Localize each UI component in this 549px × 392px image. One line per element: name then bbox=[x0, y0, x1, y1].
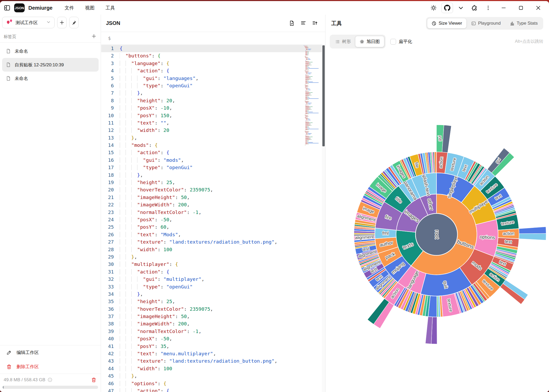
menu-file[interactable]: 文件 bbox=[61, 3, 78, 13]
trash-icon bbox=[6, 364, 12, 369]
editor-scrollbar[interactable] bbox=[322, 45, 325, 392]
delete-workspace-button[interactable]: 删除工作区 bbox=[0, 359, 101, 374]
tab-type-stats[interactable]: Type Stats bbox=[505, 18, 542, 28]
code-line: 38 "imageWidth": 200, bbox=[101, 320, 325, 327]
clear-storage-trash-icon[interactable] bbox=[91, 377, 97, 383]
maximize-button[interactable] bbox=[513, 2, 529, 14]
code-line: 1{ bbox=[101, 45, 325, 52]
bar-chart-icon bbox=[510, 21, 515, 26]
tools-title: 工具 bbox=[331, 20, 426, 27]
code-line: 17 "type": "openGui" bbox=[101, 164, 325, 171]
jsonpath-query-bar[interactable]: $ bbox=[101, 32, 325, 45]
file-icon bbox=[6, 49, 11, 54]
scrollbar-thumb[interactable] bbox=[322, 45, 325, 146]
minimap[interactable] bbox=[304, 45, 322, 155]
code-line: 9 "posX": -10, bbox=[101, 104, 325, 112]
validate-file-icon[interactable] bbox=[286, 19, 297, 28]
code-line: 5 "gui": "languages", bbox=[101, 75, 325, 82]
sunburst-segment-gui[interactable] bbox=[519, 227, 546, 234]
code-editor[interactable]: 1{2 "buttons": {3 "language": {4 "action… bbox=[101, 45, 325, 392]
code-line: 39 "normalTextColor": -1, bbox=[101, 328, 325, 335]
code-line: 19 "height": 25, bbox=[101, 179, 325, 186]
code-line: 6 "type": "openGui" bbox=[101, 82, 325, 89]
sort-compress-icon[interactable] bbox=[309, 19, 321, 28]
sunburst-label-gui: gui bbox=[437, 136, 442, 141]
close-button[interactable] bbox=[531, 2, 546, 14]
code-line: 4 "action": { bbox=[101, 67, 325, 74]
code-line: 25 "posY": 60, bbox=[101, 223, 325, 231]
pin-workspace-button[interactable] bbox=[69, 17, 79, 28]
sunburst-label-action: action bbox=[438, 157, 444, 168]
kebab-menu-icon[interactable] bbox=[482, 3, 494, 13]
code-line: 7 }, bbox=[101, 89, 325, 97]
code-line: 31 "action": { bbox=[101, 268, 325, 276]
sunburst-chart[interactable]: buttonssingleplayeractionguitexturetextm… bbox=[326, 51, 549, 392]
workspace-chevron-down-icon bbox=[46, 20, 51, 25]
tab-item-untitled-2[interactable]: 未命名 bbox=[2, 72, 99, 85]
pie-chart-icon bbox=[431, 21, 436, 26]
editor-title: JSON bbox=[106, 20, 286, 26]
code-line: 22 "imageWidth": 200, bbox=[101, 201, 325, 208]
code-line: 26 "text": "Mods", bbox=[101, 231, 325, 238]
code-line: 27 "texture": "land:textures/radiation_b… bbox=[101, 238, 325, 246]
format-align-icon[interactable] bbox=[297, 19, 309, 28]
app-window: JSON Demiurge 文件 视图 工具 bbox=[0, 1, 549, 392]
storage-progress-bar bbox=[3, 386, 98, 389]
tab-playground[interactable]: Playground bbox=[467, 18, 505, 28]
code-line: 2 "buttons": { bbox=[101, 52, 325, 60]
workspace-hearts-icon bbox=[6, 19, 13, 26]
tab-item-clipboard[interactable]: 自剪贴板 12-25/20:10:39 bbox=[2, 58, 99, 72]
code-line: 29 }, bbox=[101, 253, 325, 261]
code-line: 18 }, bbox=[101, 171, 325, 179]
tab-item-label: 未命名 bbox=[15, 76, 28, 82]
tree-list-icon bbox=[335, 39, 340, 44]
code-line: 41 "posY": 35, bbox=[101, 343, 325, 350]
sunburst-segment[interactable] bbox=[434, 152, 436, 173]
workspace-name: 测试工作区 bbox=[15, 20, 44, 26]
code-line: 23 "normalTextColor": -1, bbox=[101, 209, 325, 216]
tools-pane: 工具 Size Viewer Playground Type Stats bbox=[325, 15, 549, 392]
minimize-button[interactable] bbox=[496, 2, 511, 14]
file-icon bbox=[6, 62, 11, 67]
tab-item-label: 自剪贴板 12-25/20:10:39 bbox=[15, 62, 64, 68]
edit-workspace-button[interactable]: 编辑工作区 bbox=[0, 345, 101, 359]
flatten-checkbox[interactable] bbox=[390, 39, 396, 45]
code-line: 13 }, bbox=[101, 134, 325, 142]
view-tree-button[interactable]: 树形 bbox=[331, 36, 355, 47]
theme-toggle-sun-icon[interactable] bbox=[428, 3, 439, 13]
flatten-label: 扁平化 bbox=[399, 39, 412, 45]
code-line: 20 "hoverTextColor": 2359075, bbox=[101, 186, 325, 194]
sidebar-toggle-icon[interactable] bbox=[4, 4, 10, 11]
sunburst-label-text: text bbox=[504, 239, 512, 244]
tab-item-label: 未命名 bbox=[15, 48, 28, 54]
menu-tools[interactable]: 工具 bbox=[102, 3, 119, 13]
github-icon[interactable] bbox=[441, 3, 453, 13]
sunburst-segment-type[interactable] bbox=[425, 316, 433, 344]
add-workspace-button[interactable] bbox=[57, 17, 67, 28]
code-line: 47 "action": { bbox=[101, 387, 325, 392]
code-line: 37 "imageHeight": 50, bbox=[101, 313, 325, 320]
add-tab-button[interactable] bbox=[91, 34, 97, 40]
info-icon bbox=[47, 377, 52, 382]
code-line: 43 "texture": "land:textures/radiation_b… bbox=[101, 357, 325, 365]
extensions-puzzle-icon[interactable] bbox=[469, 3, 480, 13]
chevron-down-icon[interactable] bbox=[455, 3, 467, 13]
code-line: 46 "options": { bbox=[101, 380, 325, 387]
menu-view[interactable]: 视图 bbox=[81, 3, 98, 13]
code-line: 34 }, bbox=[101, 291, 325, 298]
view-sunburst-button[interactable]: 旭日图 bbox=[355, 36, 384, 47]
code-line: 33 "type": "openGui" bbox=[101, 283, 325, 291]
code-line: 35 "height": 25, bbox=[101, 298, 325, 305]
code-line: 40 "posX": -50, bbox=[101, 335, 325, 342]
tab-item-untitled-1[interactable]: 未命名 bbox=[2, 44, 99, 58]
code-line: 8 "height": 20, bbox=[101, 97, 325, 104]
storage-usage: 49.8 MB / 558.43 GB bbox=[4, 377, 45, 383]
editor-pane: JSON $ 1{2 "buttons": {3 "language": {4 … bbox=[101, 15, 325, 392]
tabs-section-label: 标签页 bbox=[4, 34, 16, 40]
code-line: 14 "mods": { bbox=[101, 142, 325, 149]
sunburst-segment-type[interactable] bbox=[519, 233, 546, 240]
workspace-selector[interactable]: 测试工作区 bbox=[2, 17, 55, 28]
tool-tabs: Size Viewer Playground Type Stats bbox=[426, 17, 543, 30]
tab-size-viewer[interactable]: Size Viewer bbox=[427, 18, 466, 28]
sunburst-sun-icon bbox=[360, 39, 364, 44]
